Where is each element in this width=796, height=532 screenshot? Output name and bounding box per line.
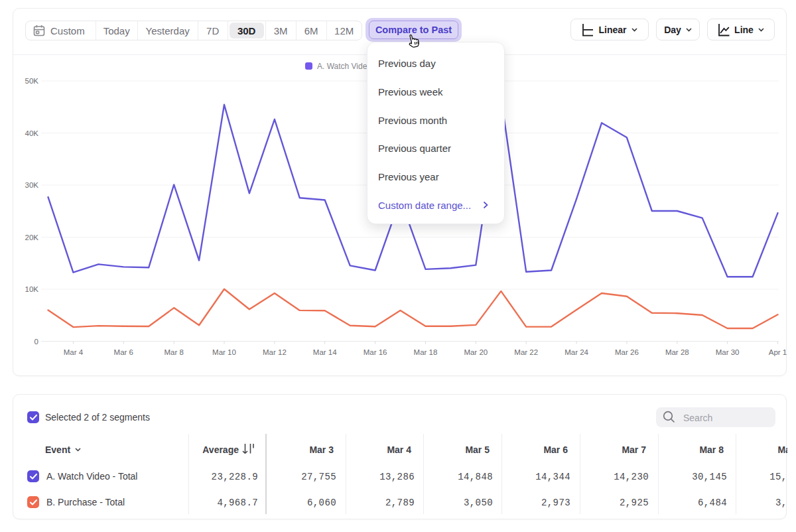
svg-text:Mar 12: Mar 12 xyxy=(263,348,287,356)
svg-text:10K: 10K xyxy=(25,285,39,293)
svg-text:40K: 40K xyxy=(25,129,39,137)
svg-text:50K: 50K xyxy=(25,77,39,85)
svg-text:Mar 22: Mar 22 xyxy=(514,348,538,356)
svg-text:Mar 16: Mar 16 xyxy=(364,348,387,356)
svg-text:Mar 20: Mar 20 xyxy=(464,348,488,356)
svg-text:Mar 8: Mar 8 xyxy=(164,348,183,356)
svg-text:Mar 6: Mar 6 xyxy=(114,348,133,356)
svg-text:Mar 4: Mar 4 xyxy=(64,348,84,356)
svg-text:Apr 1: Apr 1 xyxy=(769,348,787,356)
svg-text:30K: 30K xyxy=(25,181,39,189)
svg-text:0: 0 xyxy=(34,338,38,346)
svg-text:Mar 24: Mar 24 xyxy=(564,348,588,356)
svg-text:Mar 14: Mar 14 xyxy=(313,348,337,356)
svg-text:Mar 28: Mar 28 xyxy=(665,348,689,356)
svg-text:Mar 10: Mar 10 xyxy=(212,348,236,356)
svg-text:Mar 18: Mar 18 xyxy=(414,348,438,356)
svg-text:Mar 26: Mar 26 xyxy=(615,348,639,356)
svg-text:20K: 20K xyxy=(25,233,39,241)
svg-text:Mar 30: Mar 30 xyxy=(716,348,740,356)
